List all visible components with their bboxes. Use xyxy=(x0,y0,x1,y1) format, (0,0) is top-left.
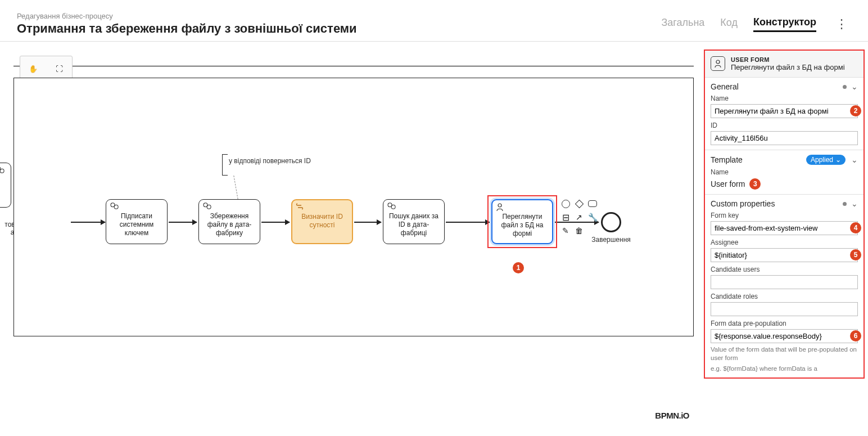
pool-line xyxy=(13,66,694,66)
tab-designer[interactable]: Конструктор xyxy=(753,16,816,32)
ctx-gateway[interactable] xyxy=(574,199,584,209)
user-icon xyxy=(496,203,504,212)
formkey-label: Form key xyxy=(711,212,858,219)
ctx-task[interactable] xyxy=(587,199,598,209)
chevron-down-icon[interactable]: ⌄ xyxy=(851,82,858,91)
section-title: Template xyxy=(711,155,743,164)
assignee-label: Assignee xyxy=(711,239,858,246)
breadcrumb: Редагування бізнес-процесу xyxy=(17,12,661,20)
bpmn-logo: BPMN.iO xyxy=(655,411,689,420)
tabs: Загальна Код Конструктор ⋮ xyxy=(661,16,851,32)
sequence-flow[interactable] xyxy=(169,222,197,223)
svg-point-5 xyxy=(207,205,211,209)
gears-icon xyxy=(387,202,397,210)
sequence-flow[interactable] xyxy=(446,222,490,223)
bpmn-canvas[interactable]: у відповіді повернеться ID Підписати сис… xyxy=(13,78,694,336)
chevron-down-icon[interactable]: ⌄ xyxy=(851,199,858,208)
candidate-users-label: Candidate users xyxy=(711,266,858,273)
callout-badge-2: 2 xyxy=(850,105,861,116)
sequence-flow[interactable] xyxy=(71,222,105,223)
ctx-wrench[interactable]: 🔧 xyxy=(587,212,598,222)
task-label: Визначити ID сутності xyxy=(301,213,343,229)
panel-subtitle: Переглянути файл з БД на формі xyxy=(731,63,845,71)
diamond-icon xyxy=(575,199,584,208)
tab-general[interactable]: Загальна xyxy=(661,17,704,31)
task-label: Підписати системним ключем xyxy=(120,212,154,237)
candidate-roles-input[interactable] xyxy=(711,302,858,316)
ctx-annotation[interactable]: ⊟ xyxy=(560,212,571,222)
id-input[interactable] xyxy=(711,131,858,145)
task-review-selected[interactable]: Переглянути файл з БД на формі xyxy=(491,199,553,244)
svg-point-7 xyxy=(391,205,395,209)
task-save[interactable]: Збереження файлу в дата-фабрику xyxy=(198,199,260,244)
clipped-task[interactable] xyxy=(0,163,11,208)
template-name-value: User form xyxy=(711,179,745,188)
chevron-down-icon: ⌄ xyxy=(835,156,841,164)
annotation-bracket xyxy=(222,154,228,176)
hand-icon: ✋ xyxy=(27,62,39,75)
user-form-icon xyxy=(711,56,725,71)
task-sign[interactable]: Підписати системним ключем xyxy=(106,199,168,244)
task-icon xyxy=(588,200,597,207)
kebab-menu[interactable]: ⋮ xyxy=(832,17,851,32)
annotation-connector xyxy=(233,176,238,199)
candidate-users-input[interactable] xyxy=(711,275,858,289)
sequence-flow[interactable] xyxy=(354,222,381,223)
tab-code[interactable]: Код xyxy=(720,17,738,31)
ctx-delete[interactable]: 🗑 xyxy=(574,226,584,236)
id-label: ID xyxy=(711,122,858,129)
connect-icon: ↗ xyxy=(576,213,582,222)
ctx-start-event[interactable] xyxy=(560,199,571,209)
formkey-input[interactable] xyxy=(711,221,858,235)
template-name-label: Name xyxy=(711,168,858,176)
section-template: Template Applied ⌄ ⌄ Name User form 3 xyxy=(705,150,864,195)
panel-type: USER FORM xyxy=(731,56,845,63)
svg-point-3 xyxy=(114,205,118,209)
end-event[interactable] xyxy=(601,212,621,232)
header: Редагування бізнес-процесу Отримання та … xyxy=(0,0,868,42)
gears-icon xyxy=(110,202,120,210)
page-title: Отримання та збереження файлу з зовнішнь… xyxy=(17,21,661,36)
svg-point-1 xyxy=(0,169,4,173)
gears-icon xyxy=(202,202,213,210)
callout-badge-3: 3 xyxy=(749,178,761,190)
annotation-text[interactable]: у відповіді повернеться ID xyxy=(229,157,311,165)
tool-icon: ✎ xyxy=(562,226,569,235)
applied-pill[interactable]: Applied ⌄ xyxy=(806,155,846,165)
section-custom: Custom properties ⌄ Form key 4 Assignee … xyxy=(705,195,864,377)
assignee-input[interactable] xyxy=(711,248,858,262)
ctx-config[interactable]: ✎ xyxy=(560,226,571,236)
section-dot-icon xyxy=(843,85,847,89)
annotation-icon: ⊟ xyxy=(562,212,569,223)
sequence-flow[interactable] xyxy=(261,222,290,223)
name-input[interactable] xyxy=(711,104,858,118)
task-search[interactable]: Пошук даних за ID в дата-фабриці xyxy=(383,199,445,244)
section-title: Custom properties xyxy=(711,199,775,208)
name-label: Name xyxy=(711,95,858,102)
panel-header: USER FORM Переглянути файл з БД на формі xyxy=(705,51,864,78)
prepop-label: Form data pre-population xyxy=(711,320,858,327)
callout-badge-5: 5 xyxy=(850,249,861,260)
circle-icon xyxy=(562,200,570,208)
ctx-connect[interactable]: ↗ xyxy=(574,212,584,222)
candidate-roles-label: Candidate roles xyxy=(711,293,858,300)
task-label: Переглянути файл з БД на формі xyxy=(501,213,543,237)
prepop-input[interactable] xyxy=(711,329,858,343)
end-event-label: Завершення xyxy=(587,236,635,244)
wrench-icon: 🔧 xyxy=(588,213,598,222)
section-dot-icon xyxy=(843,202,847,206)
callout-badge-4: 4 xyxy=(850,222,861,233)
prepop-help-2: e.g. ${formData} where formData is a xyxy=(711,365,858,373)
lasso-icon: ⛶ xyxy=(53,62,65,75)
prepop-help: Value of the form data that will be pre-… xyxy=(711,345,858,362)
svg-point-8 xyxy=(498,204,501,207)
task-define-id[interactable]: Визначити ID сутності xyxy=(291,199,353,244)
section-title: General xyxy=(711,82,739,91)
chevron-down-icon[interactable]: ⌄ xyxy=(851,155,858,164)
task-label: Пошук даних за ID в дата-фабриці xyxy=(389,212,438,237)
context-pad: ⊟ ↗ 🔧 ✎ 🗑 xyxy=(560,199,598,236)
script-icon xyxy=(296,203,304,210)
task-label: Збереження файлу в дата-фабрику xyxy=(207,212,252,237)
callout-badge-6: 6 xyxy=(850,330,861,341)
section-general: General ⌄ Name 2 ID xyxy=(705,78,864,150)
